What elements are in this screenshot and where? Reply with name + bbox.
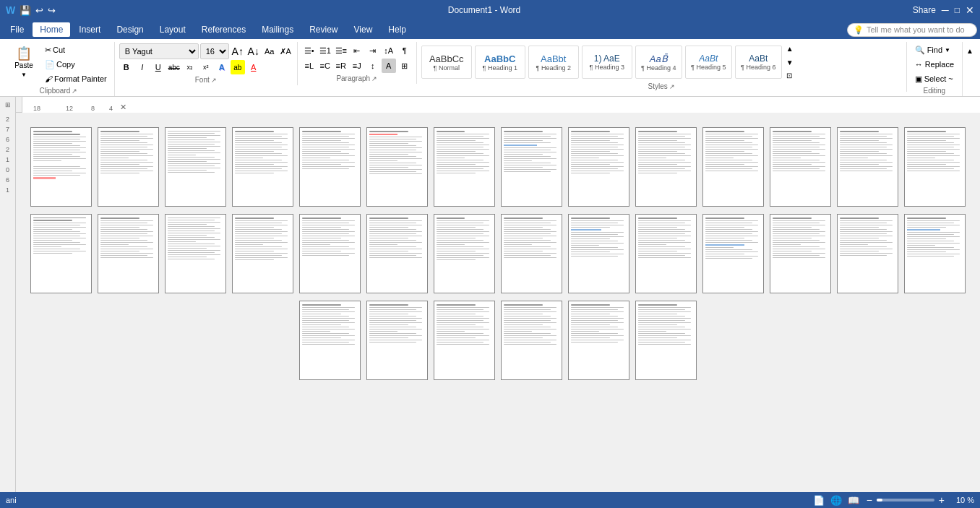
menu-insert[interactable]: Insert: [72, 22, 108, 37]
page-thumb-15[interactable]: [30, 214, 92, 293]
maximize-btn[interactable]: □: [955, 5, 960, 15]
paste-button[interactable]: 📋 Paste ▼: [7, 43, 40, 81]
numbered-list-btn[interactable]: ☰1: [318, 43, 332, 58]
font-color-btn[interactable]: A: [246, 60, 261, 74]
styles-expand-icon[interactable]: ↗: [669, 83, 675, 90]
font-expand-icon[interactable]: ↗: [211, 77, 217, 84]
paragraph-expand-icon[interactable]: ↗: [371, 75, 377, 82]
page-thumb-17[interactable]: [165, 214, 226, 293]
find-button[interactable]: 🔍 Find ▼: [911, 43, 958, 56]
styles-expand[interactable]: ⊡: [786, 72, 794, 79]
page-thumb-7[interactable]: [434, 127, 495, 207]
page-thumb-25[interactable]: [702, 214, 764, 293]
page-thumb-11[interactable]: [702, 127, 764, 207]
page-thumb-4[interactable]: [232, 127, 293, 207]
bold-btn[interactable]: B: [119, 60, 134, 74]
menu-file[interactable]: File: [3, 22, 31, 37]
page-thumb-10[interactable]: [635, 127, 697, 207]
page-thumb-33[interactable]: [568, 301, 629, 380]
page-thumb-30[interactable]: [366, 301, 428, 380]
page-thumb-2[interactable]: [98, 127, 159, 207]
page-thumb-6[interactable]: [366, 127, 428, 207]
page-thumb-24[interactable]: [635, 214, 697, 293]
page-thumb-9[interactable]: [568, 127, 629, 207]
page-thumb-32[interactable]: [501, 301, 562, 380]
page-thumb-14[interactable]: [904, 127, 966, 207]
multilevel-btn[interactable]: ☰≡: [334, 43, 348, 58]
style-normal[interactable]: AaBbCc ¶ Normal: [421, 46, 472, 79]
menu-references[interactable]: References: [194, 22, 253, 37]
increase-indent-btn[interactable]: ⇥: [366, 43, 380, 58]
page-thumb-29[interactable]: [299, 301, 361, 380]
style-heading1[interactable]: AaBbC ¶ Heading 1: [475, 46, 525, 79]
font-size-increase-btn[interactable]: A↑: [231, 44, 245, 59]
align-left-btn[interactable]: ≡L: [302, 59, 317, 73]
align-center-btn[interactable]: ≡C: [318, 59, 332, 73]
menu-design[interactable]: Design: [109, 22, 150, 37]
decrease-indent-btn[interactable]: ⇤: [350, 43, 364, 58]
page-thumb-19[interactable]: [299, 214, 361, 293]
style-heading6[interactable]: AaBt ¶ Heading 6: [735, 46, 782, 79]
page-thumb-16[interactable]: [98, 214, 159, 293]
underline-btn[interactable]: U: [151, 60, 166, 74]
subscript-btn[interactable]: x₂: [183, 60, 197, 74]
menu-mailings[interactable]: Mailings: [254, 22, 301, 37]
styles-scroll-up[interactable]: ▲: [786, 45, 794, 53]
page-thumb-18[interactable]: [232, 214, 293, 293]
page-thumb-8[interactable]: [501, 127, 562, 207]
minimize-btn[interactable]: ─: [942, 4, 949, 16]
page-thumb-23[interactable]: [568, 214, 629, 293]
borders-btn[interactable]: ⊞: [397, 59, 412, 73]
page-thumb-1[interactable]: [30, 127, 92, 207]
page-thumb-22[interactable]: [501, 214, 562, 293]
cut-button[interactable]: ✂ Cut: [42, 43, 110, 56]
page-thumb-20[interactable]: [366, 214, 428, 293]
page-thumb-13[interactable]: [837, 127, 898, 207]
font-case-btn[interactable]: Aa: [262, 44, 277, 59]
text-effects-btn[interactable]: A: [215, 60, 229, 74]
menu-view[interactable]: View: [347, 22, 380, 37]
font-name-select[interactable]: B Yagut: [119, 43, 199, 59]
menu-help[interactable]: Help: [381, 22, 413, 37]
page-thumb-21[interactable]: [434, 214, 495, 293]
menu-layout[interactable]: Layout: [152, 22, 193, 37]
style-heading3[interactable]: 1) AaE ¶ Heading 3: [582, 46, 632, 79]
share-button[interactable]: Share: [913, 5, 936, 15]
ruler-close-btn[interactable]: ✕: [120, 103, 126, 112]
ribbon-collapse-btn[interactable]: ▲: [963, 43, 977, 58]
superscript-btn[interactable]: x²: [199, 60, 213, 74]
line-spacing-btn[interactable]: ↕: [366, 59, 380, 73]
page-thumb-3[interactable]: [165, 127, 226, 207]
bullets-btn[interactable]: ☰•: [302, 43, 317, 58]
highlight-btn[interactable]: ab: [231, 60, 245, 74]
align-right-btn[interactable]: ≡R: [334, 59, 348, 73]
style-heading5[interactable]: AaBt ¶ Heading 5: [685, 46, 732, 79]
menu-review[interactable]: Review: [302, 22, 345, 37]
sort-btn[interactable]: ↕A: [382, 43, 396, 58]
page-thumb-31[interactable]: [434, 301, 495, 380]
styles-scroll-down[interactable]: ▼: [786, 59, 794, 66]
document-area[interactable]: [16, 113, 980, 492]
page-thumb-5[interactable]: [299, 127, 361, 207]
style-heading2[interactable]: AaBbt ¶ Heading 2: [528, 46, 579, 79]
font-size-decrease-btn[interactable]: A↓: [246, 44, 261, 59]
select-button[interactable]: ▣ Select ~: [911, 72, 958, 85]
copy-button[interactable]: 📄 Copy: [42, 58, 110, 71]
page-thumb-26[interactable]: [770, 214, 831, 293]
italic-btn[interactable]: I: [135, 60, 150, 74]
quick-access-save[interactable]: 💾: [20, 5, 31, 16]
justify-btn[interactable]: ≡J: [350, 59, 364, 73]
show-hide-btn[interactable]: ¶: [397, 43, 412, 58]
style-heading4[interactable]: AaB̄ ¶ Heading 4: [635, 46, 682, 79]
page-thumb-28[interactable]: [904, 214, 966, 293]
format-painter-button[interactable]: 🖌 Format Painter: [42, 72, 110, 85]
menu-home[interactable]: Home: [33, 22, 70, 37]
tell-me-bar[interactable]: 💡 Tell me what you want to do: [847, 23, 977, 37]
quick-access-undo[interactable]: ↩: [35, 5, 43, 16]
page-thumb-12[interactable]: [770, 127, 831, 207]
clear-format-btn[interactable]: ✗A: [278, 44, 293, 59]
page-thumb-27[interactable]: [837, 214, 898, 293]
font-size-select[interactable]: 16: [200, 43, 229, 59]
close-btn[interactable]: ✕: [966, 4, 974, 16]
clipboard-expand-icon[interactable]: ↗: [72, 87, 77, 95]
